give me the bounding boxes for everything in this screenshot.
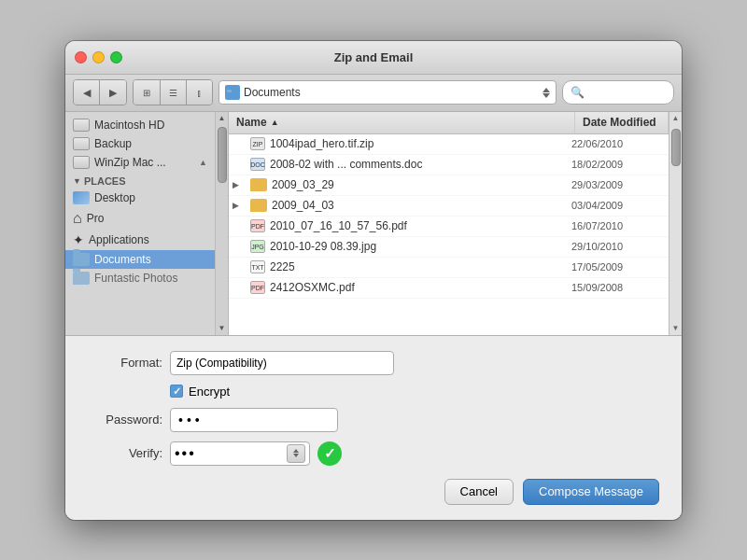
column-header-date[interactable]: Date Modified [575, 112, 669, 133]
table-row[interactable]: ▶ 2009_03_29 29/03/2009 [229, 175, 669, 196]
scroll-down-button[interactable]: ▼ [672, 322, 680, 335]
file-name-cell: JPG 2010-10-29 08.39.jpg [233, 240, 571, 253]
nav-buttons: ◀ ▶ [73, 79, 127, 105]
compose-message-button[interactable]: Compose Message [523, 479, 659, 505]
sidebar-item-label: Macintosh HD [94, 119, 164, 132]
places-label: PLACES [84, 175, 126, 187]
file-date: 16/07/2010 [571, 220, 665, 231]
location-bar[interactable]: Documents [218, 80, 557, 105]
sidebar-scrollbar: ▲ ▼ [215, 112, 228, 335]
bottom-panel: Format: Zip (Compatibility) Encrypt Pass… [65, 336, 682, 520]
icon-view-button[interactable]: ⊞ [134, 80, 160, 105]
scroll-thumb[interactable] [671, 129, 681, 166]
img-file-icon: JPG [250, 240, 265, 253]
forward-button[interactable]: ▶ [100, 80, 126, 105]
password-label: Password: [88, 413, 162, 427]
file-name: 1004ipad_hero.tif.zip [270, 137, 374, 150]
table-row[interactable]: TXT 2225 17/05/2009 [229, 258, 669, 278]
sidebar-scroll-thumb[interactable] [218, 127, 227, 183]
column-header-name[interactable]: Name ▲ [229, 112, 575, 133]
minimize-button[interactable] [92, 51, 105, 63]
verify-input[interactable]: ••• [170, 441, 310, 466]
view-buttons: ⊞ ☰ ⫿ [133, 79, 213, 105]
zip-file-icon: ZIP [250, 137, 265, 150]
sidebar-scroll-down-button[interactable]: ▼ [216, 322, 228, 335]
sidebar-wrapper: Macintosh HD Backup WinZip Mac ... ▲ ▼ P… [65, 112, 229, 335]
table-row[interactable]: ▶ 2009_04_03 03/04/2009 [229, 196, 669, 217]
file-date: 22/06/2010 [571, 138, 665, 149]
table-row[interactable]: PDF 2412OSXMC.pdf 15/09/2008 [229, 278, 669, 299]
file-name: 2010_07_16_10_57_56.pdf [270, 219, 407, 232]
file-date: 29/03/2009 [571, 179, 665, 190]
encrypt-checkbox[interactable] [170, 385, 183, 398]
file-name-cell: PDF 2010_07_16_10_57_56.pdf [233, 219, 571, 232]
file-name-cell: DOC 2008-02 with ... comments.doc [233, 158, 571, 171]
folder-icon [250, 178, 267, 191]
svg-rect-1 [227, 90, 232, 92]
sidebar-item-documents[interactable]: Documents [65, 250, 215, 269]
sidebar-item-macintosh-hd[interactable]: Macintosh HD [65, 116, 215, 134]
sidebar-item-desktop[interactable]: Desktop [65, 189, 215, 207]
table-row[interactable]: JPG 2010-10-29 08.39.jpg 29/10/2010 [229, 237, 669, 258]
password-input[interactable] [170, 408, 338, 432]
close-button[interactable] [75, 51, 87, 63]
file-date: 18/02/2009 [571, 159, 665, 170]
disk-icon [73, 156, 90, 169]
disk-icon [73, 137, 90, 150]
file-name: 2225 [270, 260, 295, 273]
location-stepper[interactable] [543, 88, 550, 98]
file-name-cell: TXT 2225 [233, 260, 571, 273]
file-name-cell: PDF 2412OSXMC.pdf [233, 281, 571, 294]
folder-icon [73, 253, 90, 266]
verify-stepper[interactable] [287, 444, 305, 463]
doc-file-icon: DOC [250, 158, 265, 171]
column-view-button[interactable]: ⫿ [186, 80, 212, 105]
sidebar-item-pro[interactable]: ⌂ Pro [65, 207, 215, 230]
maximize-button[interactable] [110, 51, 122, 63]
sidebar-item-label: Desktop [94, 191, 135, 204]
table-row[interactable]: DOC 2008-02 with ... comments.doc 18/02/… [229, 155, 669, 175]
sidebar-item-fantistic-photos[interactable]: Funtastic Photos [65, 269, 215, 287]
file-name-cell: ▶ 2009_03_29 [233, 178, 571, 191]
scroll-indicator: ▲ [199, 158, 207, 167]
scroll-up-button[interactable]: ▲ [672, 112, 680, 125]
table-row[interactable]: PDF 2010_07_16_10_57_56.pdf 16/07/2010 [229, 217, 669, 237]
sidebar-item-backup[interactable]: Backup [65, 134, 215, 153]
location-text: Documents [244, 86, 543, 99]
window-title: Zip and Email [334, 50, 414, 64]
toolbar: ◀ ▶ ⊞ ☰ ⫿ Documents 🔍 [65, 75, 682, 112]
format-label: Format: [88, 356, 162, 370]
sidebar-item-label: Applications [89, 233, 149, 246]
disk-icon [73, 119, 90, 132]
format-select-text: Zip (Compatibility) [176, 357, 388, 370]
file-name: 2008-02 with ... comments.doc [270, 158, 422, 171]
sidebar-item-label: Documents [94, 253, 151, 266]
cancel-button[interactable]: Cancel [444, 479, 514, 505]
traffic-lights [75, 51, 122, 63]
sidebar-item-applications[interactable]: ✦ Applications [65, 230, 215, 250]
search-input[interactable] [588, 86, 663, 99]
sidebar-scroll-track [216, 125, 228, 322]
search-bar[interactable]: 🔍 [562, 80, 674, 105]
table-row[interactable]: ZIP 1004ipad_hero.tif.zip 22/06/2010 [229, 134, 669, 155]
main-window: Zip and Email ◀ ▶ ⊞ ☰ ⫿ Documents 🔍 [65, 41, 682, 520]
places-section-header: ▼ PLACES [65, 172, 215, 189]
file-name: 2412OSXMC.pdf [270, 281, 355, 294]
sidebar-item-winzip-mac[interactable]: WinZip Mac ... ▲ [65, 153, 215, 172]
pdf-file-icon: PDF [250, 281, 265, 294]
verify-label: Verify: [88, 446, 162, 460]
back-button[interactable]: ◀ [74, 80, 100, 105]
file-date: 03/04/2009 [571, 200, 665, 211]
title-bar: Zip and Email [65, 41, 682, 75]
expand-arrow: ▶ [233, 201, 246, 210]
file-list: ZIP 1004ipad_hero.tif.zip 22/06/2010 DOC… [229, 134, 669, 335]
encrypt-label: Encrypt [189, 385, 230, 399]
file-date: 17/05/2009 [571, 261, 665, 273]
format-select[interactable]: Zip (Compatibility) [170, 351, 394, 375]
list-view-button[interactable]: ☰ [160, 80, 186, 105]
sidebar-scroll-up-button[interactable]: ▲ [216, 112, 228, 125]
buttons-row: Cancel Compose Message [88, 479, 659, 505]
sidebar-item-label: Pro [87, 212, 105, 225]
txt-file-icon: TXT [250, 260, 265, 273]
search-icon: 🔍 [571, 86, 585, 99]
